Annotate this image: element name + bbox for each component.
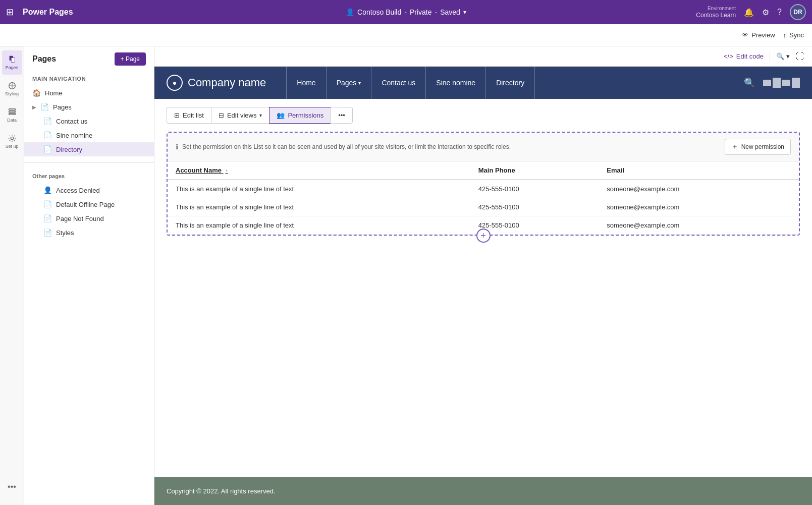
main-nav-items: 🏠 Home ▶ 📄 Pages 📄 Contact us 📄 Sine nom… <box>24 84 154 158</box>
nav-item-offline[interactable]: 📄 Default Offline Page <box>24 197 154 211</box>
nav-block-4 <box>792 78 800 88</box>
table-header-row: Account Name ↑ Main Phone Email <box>168 161 799 180</box>
col-account-name[interactable]: Account Name ↑ <box>168 161 470 180</box>
data-icon <box>8 107 17 117</box>
plus-icon: ＋ <box>731 142 738 151</box>
edit-list-icon: ⊞ <box>174 111 180 119</box>
col-email: Email <box>599 161 799 180</box>
sidebar-item-styling[interactable]: Styling <box>2 77 22 101</box>
nav-block-1 <box>763 80 771 86</box>
canvas-toolbar: </> Edit code 🔍 ▾ ⛶ <box>154 46 812 67</box>
edit-views-icon: ⊟ <box>219 111 224 119</box>
preview-label: Preview <box>751 31 775 39</box>
nav-item-pages-label: Pages <box>53 103 72 111</box>
second-bar-right: 👁 Preview ↑ Sync <box>742 31 804 39</box>
styling-icon <box>8 81 17 90</box>
separator: - <box>404 8 407 16</box>
nav-item-directory[interactable]: 📄 Directory ••• <box>24 142 154 156</box>
sync-icon: ↑ <box>783 31 787 39</box>
preview-canvas: ● Company name Home Pages ▾ Cont <box>154 67 812 505</box>
edit-list-button[interactable]: ⊞ Edit list <box>167 107 211 124</box>
data-label: Data <box>7 118 17 123</box>
site-nav-contact[interactable]: Contact us <box>371 67 426 99</box>
svg-point-6 <box>11 137 13 139</box>
site-logo: ● Company name <box>167 75 266 91</box>
permissions-label: Permissions <box>288 111 323 119</box>
icon-sidebar: Pages Styling Data Set up ••• <box>0 46 24 505</box>
sync-action[interactable]: ↑ Sync <box>783 31 804 39</box>
sidebar-item-setup[interactable]: Set up <box>2 129 22 153</box>
nav-item-contact-label: Contact us <box>56 118 87 125</box>
site-nav-pages[interactable]: Pages ▾ <box>327 67 372 99</box>
site-search-icon[interactable]: 🔍 <box>744 77 755 88</box>
pages-icon <box>8 55 17 64</box>
site-nav-sine[interactable]: Sine nomine <box>426 67 486 99</box>
person-icon: 👤 <box>346 8 354 16</box>
notification-icon[interactable]: 🔔 <box>744 8 754 17</box>
site-nav: ● Company name Home Pages ▾ Cont <box>154 67 812 99</box>
list-toolbar: ⊞ Edit list ⊟ Edit views ▾ 👥 Permissions <box>154 99 812 124</box>
other-nav-items: 👤 Access Denied 📄 Default Offline Page 📄… <box>24 181 154 242</box>
nav-item-sine[interactable]: 📄 Sine nomine <box>24 128 154 142</box>
code-icon: </> <box>724 52 733 60</box>
zoom-icon: 🔍 <box>776 52 784 60</box>
sync-label: Sync <box>789 31 804 39</box>
company-name: Company name <box>188 76 266 89</box>
nav-item-directory-label: Directory <box>56 146 82 153</box>
nav-item-not-found[interactable]: 📄 Page Not Found <box>24 211 154 226</box>
edit-code-button[interactable]: </> Edit code <box>724 52 764 60</box>
help-icon[interactable]: ? <box>777 8 782 17</box>
table-body: This is an example of a single line of t… <box>168 180 799 235</box>
zoom-control[interactable]: 🔍 ▾ <box>776 52 790 60</box>
second-bar: 👁 Preview ↑ Sync <box>0 24 812 46</box>
sidebar-item-pages[interactable]: Pages <box>2 50 22 75</box>
sort-asc-icon: ↑ <box>226 168 228 174</box>
nav-item-home-label: Home <box>45 89 63 97</box>
waffle-icon[interactable]: ⊞ <box>6 7 14 18</box>
nav-item-styles[interactable]: 📄 Styles <box>24 226 154 240</box>
new-permission-label: New permission <box>741 143 784 150</box>
other-pages-label: Other pages <box>24 167 154 181</box>
pages-header: Pages + Page <box>24 52 154 72</box>
file-icon-contact: 📄 <box>43 117 52 125</box>
nav-item-access-denied[interactable]: 👤 Access Denied <box>24 183 154 197</box>
person-file-icon: 👤 <box>43 186 52 194</box>
new-permission-button[interactable]: ＋ New permission <box>725 139 791 155</box>
nav-item-home[interactable]: 🏠 Home <box>24 86 154 100</box>
env-name: Contoso Learn <box>696 12 736 20</box>
list-container: ℹ Set the permission on this List so it … <box>167 132 800 236</box>
top-bar: ⊞ Power Pages 👤 Contoso Build - Private … <box>0 0 812 24</box>
site-nav-home[interactable]: Home <box>286 67 326 99</box>
file-icon-offline: 📄 <box>43 200 52 208</box>
svg-rect-4 <box>9 111 15 113</box>
nav-item-contact[interactable]: 📄 Contact us <box>24 114 154 128</box>
settings-icon[interactable]: ⚙ <box>762 8 769 17</box>
avatar[interactable]: DR <box>790 4 806 20</box>
file-icon-styles: 📄 <box>43 229 52 237</box>
permissions-button[interactable]: 👥 Permissions <box>269 107 331 124</box>
content-area: </> Edit code 🔍 ▾ ⛶ ● Compan <box>154 46 812 505</box>
svg-rect-3 <box>9 109 15 110</box>
add-section-button[interactable]: + <box>476 229 491 243</box>
main-layout: Pages Styling Data Set up ••• <box>0 46 812 505</box>
col-main-phone-label: Main Phone <box>478 166 515 174</box>
permission-notice-text: Set the permission on this List so it ca… <box>182 143 511 150</box>
site-name: Contoso Build <box>357 8 401 16</box>
nav-item-pages[interactable]: ▶ 📄 Pages <box>24 100 154 114</box>
nav-item-styles-label: Styles <box>56 229 74 237</box>
more-actions-button[interactable]: ••• <box>331 107 353 124</box>
permission-notice-left: ℹ Set the permission on this List so it … <box>176 143 511 151</box>
site-nav-contact-label: Contact us <box>382 79 415 87</box>
dropdown-chevron-icon[interactable]: ▾ <box>463 9 466 16</box>
col-email-label: Email <box>607 166 624 174</box>
setup-icon <box>8 134 17 143</box>
add-page-button[interactable]: + Page <box>115 52 146 66</box>
col-account-name-label: Account Name <box>176 166 222 174</box>
edit-views-button[interactable]: ⊟ Edit views ▾ <box>211 107 269 124</box>
sidebar-item-data[interactable]: Data <box>2 103 22 127</box>
sidebar-more[interactable]: ••• <box>2 475 22 499</box>
expand-icon[interactable]: ⛶ <box>796 52 804 61</box>
preview-action[interactable]: 👁 Preview <box>742 31 775 39</box>
site-nav-directory[interactable]: Directory <box>486 67 535 99</box>
main-nav-label: Main navigation <box>24 72 154 84</box>
